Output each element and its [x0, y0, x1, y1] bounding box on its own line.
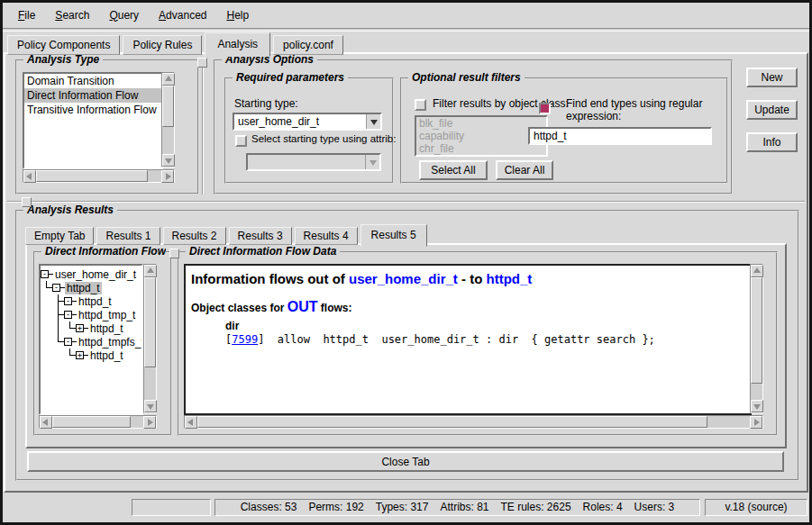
scroll-down-icon[interactable]	[162, 154, 175, 167]
tab-policy-conf[interactable]: policy.conf	[273, 35, 343, 55]
attrib-checkbox[interactable]	[235, 135, 247, 147]
tree-node-label[interactable]: user_home_dir_t	[53, 268, 138, 281]
new-button[interactable]: New	[746, 68, 798, 87]
tree-collapse-icon[interactable]: -	[64, 338, 72, 346]
scroll-left-icon[interactable]	[185, 416, 197, 429]
tree-node-label[interactable]: httpd_t	[88, 322, 125, 335]
tab-policy-rules[interactable]: Policy Rules	[123, 35, 202, 55]
tree-vscrollbar[interactable]	[143, 264, 157, 413]
menu-search[interactable]: Search	[45, 5, 99, 25]
te-rule-line: [7599] allow httpd_t user_home_dir_t : d…	[225, 333, 750, 346]
tree-node-label[interactable]: httpd_t	[88, 349, 125, 362]
analysis-type-option[interactable]: Transitive Information Flow	[24, 103, 161, 117]
scrollbar-track[interactable]	[144, 277, 156, 400]
scroll-left-icon[interactable]	[40, 416, 52, 429]
analysis-type-option[interactable]: Direct Information Flow	[24, 88, 161, 103]
dropdown-arrow-icon	[365, 155, 379, 169]
optional-filters-frame: Optional result filters Filter results b…	[400, 77, 728, 184]
flow-data-text: Information flows out of user_home_dir_t…	[184, 264, 752, 415]
tree-node-label[interactable]: httpd_tmp_t	[77, 309, 137, 321]
scroll-right-icon[interactable]	[161, 170, 174, 183]
vertical-sash[interactable]	[202, 63, 204, 195]
flow-tree[interactable]: -user_home_dir_t-httpd_t-httpd_t-httpd_t…	[39, 264, 143, 415]
scroll-down-icon[interactable]	[751, 400, 763, 412]
tree-hscrollbar[interactable]	[39, 415, 157, 429]
regex-input[interactable]	[528, 127, 712, 145]
analysis-type-option[interactable]: Domain Transition	[24, 74, 161, 88]
tree-connector-line	[64, 348, 76, 362]
dropdown-arrow-icon[interactable]	[366, 114, 380, 129]
results-tab-results-1[interactable]: Results 1	[96, 227, 160, 245]
tree-collapse-icon[interactable]: -	[64, 311, 72, 319]
analysis-type-hscrollbar[interactable]	[23, 169, 175, 183]
scroll-up-icon[interactable]	[751, 265, 763, 277]
update-button[interactable]: Update	[746, 100, 798, 120]
tree-guide-line	[41, 335, 52, 348]
scroll-down-icon[interactable]	[144, 400, 157, 412]
analysis-type-vscrollbar[interactable]	[161, 72, 175, 167]
horizontal-sash-handle[interactable]	[22, 197, 32, 207]
results-tab-bar: Empty TabResults 1Results 2Results 3Resu…	[25, 224, 430, 245]
tree-collapse-icon[interactable]: -	[52, 284, 60, 292]
main-tab-bar: Policy ComponentsPolicy RulesAnalysispol…	[7, 31, 346, 55]
scrollbar-track[interactable]	[197, 416, 750, 428]
scrollbar-thumb[interactable]	[162, 86, 174, 127]
menu-file[interactable]: File	[8, 5, 45, 25]
filter-object-class-checkbox[interactable]	[415, 99, 426, 111]
tree-node-label[interactable]: httpd_t	[65, 282, 102, 294]
scroll-right-icon[interactable]	[143, 416, 156, 429]
tree-collapse-icon[interactable]: -	[41, 270, 49, 278]
scrollbar-thumb[interactable]	[144, 277, 156, 367]
analysis-type-frame: Analysis Type Domain TransitionDirect In…	[15, 59, 199, 195]
tab-analysis[interactable]: Analysis	[205, 32, 270, 57]
scrollbar-thumb[interactable]	[751, 277, 762, 384]
rule-id-link[interactable]: 7599	[232, 333, 258, 346]
results-tab-results-4[interactable]: Results 4	[295, 227, 358, 245]
scrollbar-track[interactable]	[162, 86, 174, 154]
tree-expand-icon[interactable]: +	[76, 351, 84, 359]
close-tab-button[interactable]: Close Tab	[27, 451, 784, 472]
select-all-button[interactable]: Select All	[419, 160, 488, 180]
tree-node-label[interactable]: httpd_tmpfs_t	[77, 336, 143, 348]
regex-checkbox-label[interactable]: Find end types using regular expression:	[566, 97, 721, 122]
flow-heading: Information flows out of user_home_dir_t…	[191, 271, 750, 286]
scrollbar-track[interactable]	[36, 170, 161, 182]
results-tab-empty-tab[interactable]: Empty Tab	[25, 227, 94, 245]
data-hscrollbar[interactable]	[184, 415, 763, 429]
starting-type-combobox[interactable]: user_home_dir_t	[233, 113, 382, 131]
tree-node-label[interactable]: httpd_t	[77, 295, 114, 308]
results-tab-results-2[interactable]: Results 2	[163, 227, 226, 245]
tree-expand-icon[interactable]: +	[76, 324, 84, 332]
menu-advanced[interactable]: Advanced	[149, 5, 216, 25]
results-tab-results-5[interactable]: Results 5	[360, 224, 427, 247]
data-vscrollbar[interactable]	[750, 264, 763, 413]
menu-query[interactable]: Query	[99, 5, 149, 25]
tree-node-row: +httpd_t	[41, 348, 141, 362]
scroll-up-icon[interactable]	[162, 73, 175, 86]
analysis-type-listbox[interactable]: Domain TransitionDirect Information Flow…	[23, 72, 163, 169]
tab-policy-components[interactable]: Policy Components	[7, 35, 120, 55]
info-button[interactable]: Info	[746, 132, 798, 152]
attrib-checkbox-label[interactable]: Select starting type using attrib:	[251, 133, 396, 144]
regex-checkbox[interactable]	[539, 103, 551, 114]
scrollbar-thumb[interactable]	[197, 416, 707, 428]
vertical-sash-handle[interactable]	[197, 58, 207, 68]
scroll-up-icon[interactable]	[144, 265, 157, 277]
scroll-right-icon[interactable]	[750, 416, 762, 429]
scroll-left-icon[interactable]	[23, 170, 36, 183]
scrollbar-track[interactable]	[52, 416, 143, 428]
starting-type-value[interactable]: user_home_dir_t	[234, 114, 366, 129]
clear-all-button[interactable]: Clear All	[496, 160, 553, 180]
scrollbar-track[interactable]	[751, 277, 762, 400]
tree-connector-line	[52, 308, 64, 321]
results-sash-handle[interactable]	[169, 249, 179, 258]
results-tab-results-3[interactable]: Results 3	[229, 227, 292, 245]
menu-help[interactable]: Help	[216, 5, 259, 25]
object-class-option: chr_file	[416, 142, 546, 155]
stat-item: TE rules: 2625	[501, 501, 571, 513]
scrollbar-thumb[interactable]	[52, 416, 131, 428]
horizontal-sash[interactable]	[7, 201, 805, 203]
tree-collapse-icon[interactable]: -	[64, 297, 72, 305]
scrollbar-thumb[interactable]	[36, 170, 148, 182]
attrib-combobox	[246, 153, 381, 171]
